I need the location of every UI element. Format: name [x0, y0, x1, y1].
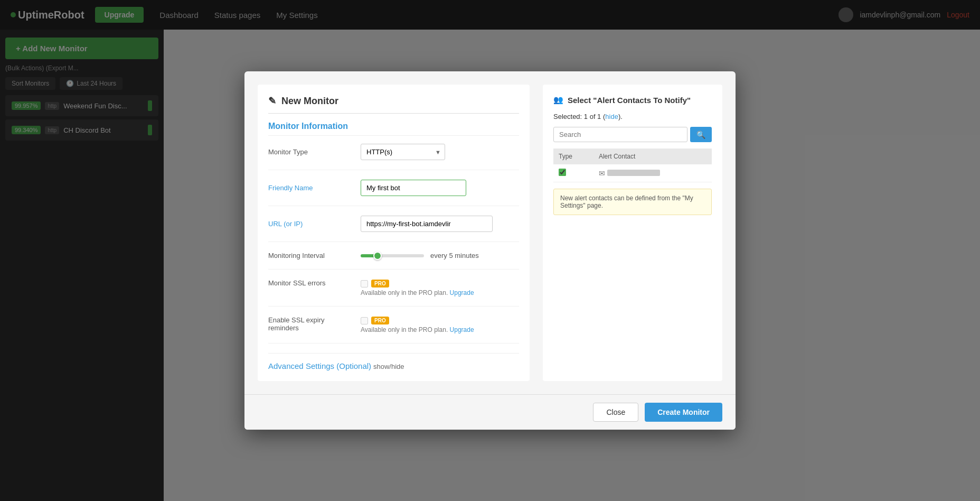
users-icon: 👥: [553, 95, 563, 105]
url-input[interactable]: [361, 216, 493, 232]
monitoring-interval-row: Monitoring Interval every 5 minutes: [268, 252, 519, 270]
ssl-expiry-label: Enable SSL expiry reminders: [268, 316, 353, 332]
form-section: ✎ New Monitor Monitor Information Monito…: [258, 85, 530, 381]
ssl-errors-checkbox[interactable]: [361, 280, 368, 287]
ssl-errors-row: Monitor SSL errors PRO Available only in…: [268, 279, 519, 307]
alert-contact-column-header: Alert Contact: [593, 149, 712, 164]
ssl-expiry-control: PRO Available only in the PRO plan. Upgr…: [361, 316, 474, 333]
selected-count-text: Selected: 1 of 1 (hide).: [553, 113, 623, 120]
ssl-expiry-row: Enable SSL expiry reminders PRO Availabl…: [268, 316, 519, 344]
close-button[interactable]: Close: [593, 403, 638, 422]
modal-title: ✎ New Monitor: [268, 95, 519, 114]
friendly-name-label: Friendly Name: [268, 184, 353, 192]
slider-track: [361, 254, 424, 257]
ssl-expiry-upgrade-link[interactable]: Upgrade: [450, 326, 474, 333]
type-column-header: Type: [553, 149, 593, 164]
create-monitor-button[interactable]: Create Monitor: [645, 403, 722, 422]
slider-container: every 5 minutes: [361, 252, 479, 259]
type-cell: [553, 164, 593, 182]
search-button[interactable]: 🔍: [690, 127, 712, 142]
modal-footer: Close Create Monitor: [244, 394, 736, 430]
modal-body: ✎ New Monitor Monitor Information Monito…: [244, 71, 736, 394]
alert-title: 👥 Select "Alert Contacts To Notify": [553, 95, 712, 105]
ssl-upgrade-link[interactable]: Upgrade: [450, 289, 474, 296]
pro-badge-2: PRO: [371, 317, 389, 324]
monitor-type-select-wrapper: HTTP(s) Keyword Ping Port ▼: [361, 144, 445, 160]
ssl-errors-available-text: Available only in the PRO plan. Upgrade: [361, 289, 474, 296]
show-hide-link[interactable]: show/hide: [373, 363, 404, 370]
ssl-expiry-available-text: Available only in the PRO plan. Upgrade: [361, 326, 474, 333]
blurred-email: [607, 170, 660, 176]
ssl-errors-label: Monitor SSL errors: [268, 279, 353, 287]
new-monitor-modal: ✎ New Monitor Monitor Information Monito…: [244, 71, 736, 430]
slider-thumb[interactable]: [373, 252, 382, 260]
email-icon: ✉: [599, 169, 605, 178]
contacts-table: Type Alert Contact ✉: [553, 149, 712, 182]
alert-note: New alert contacts can be defined from t…: [553, 189, 712, 215]
ssl-errors-control: PRO Available only in the PRO plan. Upgr…: [361, 279, 474, 296]
modal-title-text: New Monitor: [281, 96, 338, 107]
url-row: URL (or IP): [268, 216, 519, 242]
interval-label: every 5 minutes: [430, 252, 479, 259]
search-input[interactable]: [553, 127, 687, 142]
alert-section: 👥 Select "Alert Contacts To Notify" Sele…: [543, 85, 722, 381]
friendly-name-row: Friendly Name: [268, 180, 519, 206]
monitor-type-row: Monitor Type HTTP(s) Keyword Ping Port ▼: [268, 144, 519, 170]
contact-checkbox[interactable]: [559, 169, 566, 176]
edit-icon: ✎: [268, 95, 276, 107]
selected-info: Selected: 1 of 1 (hide).: [553, 113, 712, 120]
table-row: ✉: [553, 164, 712, 182]
ssl-expiry-checkbox[interactable]: [361, 317, 368, 324]
monitoring-interval-label: Monitoring Interval: [268, 252, 353, 259]
search-box: 🔍: [553, 127, 712, 142]
hide-link[interactable]: hide: [605, 113, 618, 120]
url-label: URL (or IP): [268, 220, 353, 228]
contact-cell: ✉: [593, 164, 712, 182]
monitor-information-title: Monitor Information: [268, 122, 519, 136]
advanced-settings-title: Advanced Settings (Optional): [268, 361, 371, 370]
pro-badge: PRO: [371, 280, 389, 287]
advanced-settings-section: Advanced Settings (Optional) show/hide: [268, 353, 519, 370]
modal-overlay: ✎ New Monitor Monitor Information Monito…: [0, 0, 980, 501]
monitor-type-label: Monitor Type: [268, 148, 353, 156]
monitor-type-select[interactable]: HTTP(s) Keyword Ping Port: [361, 144, 445, 160]
friendly-name-input[interactable]: [361, 180, 466, 196]
search-icon: 🔍: [696, 131, 705, 139]
